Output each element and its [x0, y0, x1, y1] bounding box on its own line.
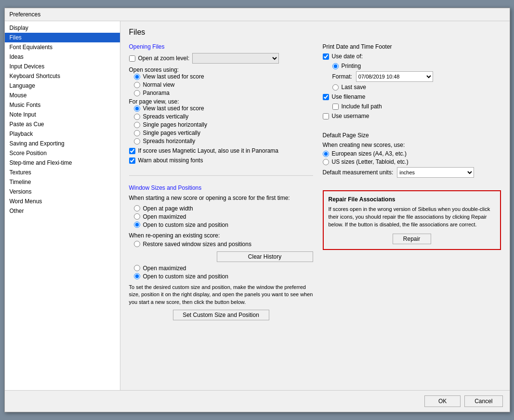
- dialog-body: DisplayFilesFont EquivalentsIdeasInput D…: [5, 21, 510, 390]
- european-sizes-label: European sizes (A4, A3, etc.): [332, 150, 407, 157]
- european-sizes-radio[interactable]: [323, 151, 329, 157]
- page-view-radio-4[interactable]: [134, 138, 140, 144]
- print-date-section: Print Date and Time Footer Use date of: …: [323, 43, 501, 122]
- page-view-label: For page view, use:: [129, 98, 179, 105]
- sidebar-item-playback[interactable]: Playback: [5, 129, 120, 139]
- magnetic-layout-label: If score uses Magnetic Layout, also use …: [138, 147, 279, 154]
- new-score-label-0: Open at page width: [143, 205, 193, 212]
- sidebar-item-versions[interactable]: Versions: [5, 187, 120, 197]
- new-score-label-2: Open to custom size and position: [143, 222, 228, 228]
- sidebar-item-display[interactable]: Display: [5, 23, 120, 33]
- use-filename-checkbox[interactable]: [323, 94, 329, 100]
- page-view-label-3: Single pages vertically: [143, 130, 200, 136]
- sidebar-item-files[interactable]: Files: [5, 33, 120, 42]
- sidebar-item-textures[interactable]: Textures: [5, 168, 120, 177]
- open-zoom-checkbox[interactable]: [129, 55, 135, 62]
- repair-button[interactable]: Repair: [393, 234, 431, 244]
- page-view-radio-3[interactable]: [134, 130, 140, 136]
- sidebar-item-note-input[interactable]: Note Input: [5, 110, 120, 119]
- new-score-radio-2[interactable]: [134, 222, 140, 228]
- magnetic-layout-row: If score uses Magnetic Layout, also use …: [129, 147, 313, 154]
- after-clear-label-1: Open to custom size and position: [143, 273, 228, 280]
- clear-history-row: Clear History: [129, 251, 313, 262]
- sidebar-item-keyboard-shortcuts[interactable]: Keyboard Shortcuts: [5, 71, 120, 81]
- measurement-label: Default measurement units:: [323, 169, 394, 176]
- sidebar-item-timeline[interactable]: Timeline: [5, 177, 120, 187]
- printing-radio[interactable]: [332, 63, 339, 69]
- after-clear-opt-1: Open to custom size and position: [134, 273, 313, 280]
- page-view-radio-0[interactable]: [134, 105, 140, 112]
- reopen-radio-0[interactable]: [134, 241, 140, 247]
- sidebar-item-ideas[interactable]: Ideas: [5, 52, 120, 62]
- page-view-label-0: View last used for score: [143, 105, 204, 112]
- sidebar-item-step-time[interactable]: Step-time and Flexi-time: [5, 158, 120, 168]
- repair-title: Repair File Associations: [329, 196, 495, 203]
- open-zoom-label: Open at zoom level:: [138, 55, 190, 62]
- us-sizes-radio[interactable]: [323, 159, 329, 165]
- last-save-radio[interactable]: [332, 84, 339, 91]
- page-view-opt-2: Single pages horizontally: [134, 121, 313, 128]
- reopen-opt-0: Restore saved window sizes and positions: [134, 241, 313, 248]
- window-sizes-group: Window Sizes and Positions When starting…: [129, 184, 313, 322]
- include-path-label: Include full path: [342, 103, 382, 110]
- us-sizes-row: US sizes (Letter, Tabloid, etc.): [323, 158, 501, 165]
- repair-text: If scores open in the wrong version of S…: [329, 206, 495, 229]
- reopen-label: When re-opening an existing score:: [129, 232, 313, 239]
- open-scores-radio-2[interactable]: [134, 90, 140, 96]
- reopen-label-0: Restore saved window sizes and positions: [143, 241, 251, 248]
- open-scores-group: Open scores using: View last used for sc…: [129, 66, 313, 96]
- after-clear-radio-1[interactable]: [134, 273, 140, 279]
- sidebar-item-word-menus[interactable]: Word Menus: [5, 197, 120, 206]
- opening-files-title: Opening Files: [129, 43, 313, 50]
- set-custom-button[interactable]: Set Custom Size and Position: [173, 310, 269, 320]
- new-score-opt-0: Open at page width: [134, 205, 313, 212]
- dialog-footer: OK Cancel: [5, 390, 510, 412]
- format-label: Format:: [332, 73, 352, 80]
- magnetic-layout-checkbox[interactable]: [129, 148, 135, 154]
- after-clear-section: Open maximized Open to custom size and p…: [129, 265, 313, 280]
- open-scores-opt-0: View last used for score: [134, 73, 313, 80]
- sidebar-item-other[interactable]: Other: [5, 206, 120, 216]
- format-dropdown[interactable]: 07/08/2019 10:48: [356, 71, 433, 82]
- page-view-radio-1[interactable]: [134, 114, 140, 120]
- sidebar-item-music-fonts[interactable]: Music Fonts: [5, 100, 120, 110]
- sidebar-item-font-equivalents[interactable]: Font Equivalents: [5, 42, 120, 52]
- include-path-checkbox[interactable]: [332, 104, 339, 110]
- open-scores-label: Open scores using:: [129, 66, 179, 73]
- clear-history-button[interactable]: Clear History: [217, 251, 313, 262]
- open-scores-radio-0[interactable]: [134, 74, 140, 80]
- warn-fonts-checkbox[interactable]: [129, 158, 135, 164]
- sidebar-item-paste-as-cue[interactable]: Paste as Cue: [5, 119, 120, 129]
- main-content: Files Opening Files Open at zoom level:: [120, 21, 510, 390]
- after-clear-radio-0[interactable]: [134, 265, 140, 271]
- new-score-opt-2: Open to custom size and position: [134, 222, 313, 228]
- custom-desc: To set the desired custom size and posit…: [129, 284, 313, 306]
- open-scores-label-2: Panorama: [143, 90, 170, 96]
- sidebar-item-language[interactable]: Language: [5, 81, 120, 91]
- new-score-radio-1[interactable]: [134, 213, 140, 220]
- print-date-title: Print Date and Time Footer: [323, 43, 501, 50]
- measurement-dropdown[interactable]: inches: [397, 167, 474, 178]
- dialog-title: Preferences: [5, 8, 510, 21]
- open-scores-radio-1[interactable]: [134, 82, 140, 88]
- page-view-group: For page view, use: View last used for s…: [129, 98, 313, 144]
- sidebar-item-mouse[interactable]: Mouse: [5, 91, 120, 100]
- use-date-checkbox[interactable]: [323, 53, 329, 60]
- sidebar-item-saving-exporting[interactable]: Saving and Exporting: [5, 139, 120, 148]
- page-view-opt-1: Spreads vertically: [134, 113, 313, 120]
- use-date-row: Use date of:: [323, 53, 501, 60]
- cancel-button[interactable]: Cancel: [464, 395, 502, 407]
- page-view-radio-2[interactable]: [134, 122, 140, 128]
- ok-button[interactable]: OK: [424, 395, 461, 407]
- new-score-radio-0[interactable]: [134, 205, 140, 211]
- use-username-checkbox[interactable]: [323, 113, 329, 119]
- separator-1: [129, 175, 313, 176]
- use-filename-row: Use filename: [323, 93, 501, 100]
- sidebar-item-input-devices[interactable]: Input Devices: [5, 62, 120, 71]
- open-scores-opt-1: Normal view: [134, 81, 313, 88]
- sidebar-item-score-position[interactable]: Score Position: [5, 148, 120, 158]
- zoom-dropdown[interactable]: [192, 53, 279, 64]
- default-page-size-title: Default Page Size: [323, 132, 501, 139]
- repair-file-associations-box: Repair File Associations If scores open …: [323, 190, 501, 250]
- use-filename-label: Use filename: [332, 93, 366, 100]
